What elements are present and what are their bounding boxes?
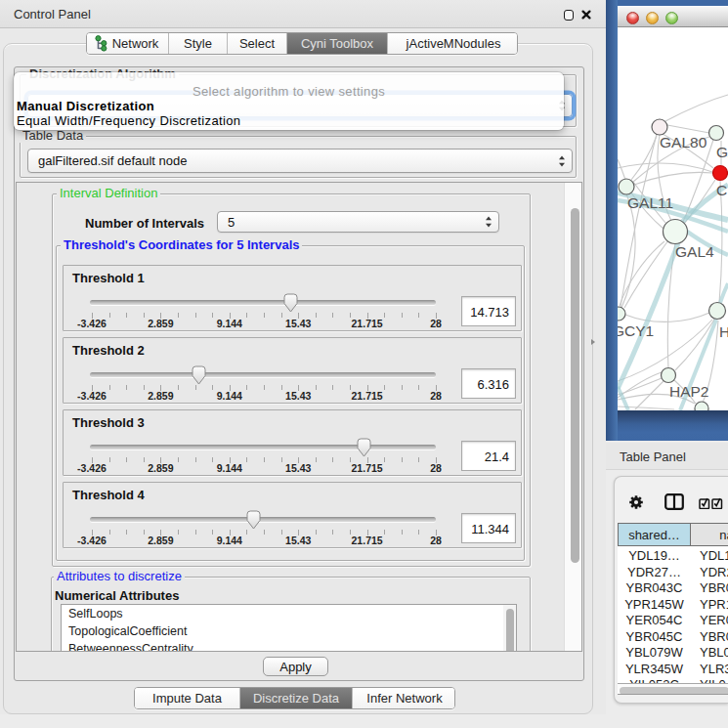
bottom-tab-discretize-data[interactable]: Discretize Data <box>240 688 353 708</box>
tab-jactivemnodules[interactable]: jActiveMNodules <box>388 33 518 54</box>
table-row[interactable]: YPR145WYPR1 <box>618 597 728 614</box>
algorithm-popup-item[interactable]: Select algorithm to view settings <box>14 84 564 99</box>
threshold-value-field[interactable]: 14.713 <box>461 296 516 326</box>
threshold-value-field[interactable]: 21.4 <box>461 441 516 471</box>
slider-track[interactable] <box>90 372 436 377</box>
network-node-gal80[interactable] <box>652 119 667 135</box>
table-data-combobox[interactable]: galFiltered.sif default node <box>27 149 573 173</box>
slider-thumb[interactable] <box>357 438 371 457</box>
table-cell: YDR27… <box>618 565 691 581</box>
table-scrollbar-thumb[interactable] <box>620 687 728 695</box>
network-canvas[interactable]: GAL80GACGAL11GAL4GCY1HHAP2 <box>618 27 728 410</box>
bottom-tab-label: Impute Data <box>152 691 222 706</box>
slider-axis-label: 28 <box>430 462 442 474</box>
slider-track[interactable] <box>90 445 436 450</box>
network-node-c[interactable] <box>713 166 728 181</box>
threshold-1-panel: Threshold 1-3.4262.8599.14415.4321.71528… <box>63 265 522 331</box>
attribute-list-item[interactable]: TopologicalCoefficient <box>62 622 516 640</box>
control-panel-window: Control Panel NetworkStyleSelectCyni Too… <box>0 0 606 714</box>
slider-axis-label: 9.144 <box>217 390 242 402</box>
attribute-list-item[interactable]: BetweennessCentrality <box>62 640 516 652</box>
attributes-scrollbar-thumb[interactable] <box>506 609 514 652</box>
slider-track[interactable] <box>90 517 436 522</box>
slider-thumb[interactable] <box>192 365 206 385</box>
minimize-traffic-icon[interactable] <box>646 12 659 24</box>
threshold-value-field[interactable]: 6.316 <box>461 368 516 399</box>
table-row[interactable]: YER054CYER0 <box>618 613 728 629</box>
network-edge <box>665 95 728 121</box>
checkbox-icon[interactable] <box>711 497 723 509</box>
slider-tick <box>384 457 385 462</box>
slider-track[interactable] <box>90 300 436 305</box>
bottom-tab-infer-network[interactable]: Infer Network <box>353 688 455 708</box>
table-horizontal-scrollbar[interactable] <box>618 683 728 695</box>
network-node-gcy1[interactable] <box>618 307 625 321</box>
network-node-ga[interactable] <box>709 126 724 141</box>
slider-axis-label: 15.43 <box>285 462 311 474</box>
algorithm-popup-item[interactable]: Equal Width/Frequency Discretization <box>17 113 240 128</box>
slider-tick <box>264 530 265 535</box>
slider-axis-label: -3.426 <box>77 390 107 402</box>
checkbox-icon[interactable] <box>699 497 710 509</box>
slider-tick <box>109 313 110 318</box>
slider-thumb[interactable] <box>246 510 261 530</box>
network-edge <box>719 181 722 303</box>
control-panel-title: Control Panel <box>14 7 91 21</box>
slider-thumb[interactable] <box>283 293 298 313</box>
table-cell: YLR3 <box>700 662 728 678</box>
control-panel-titlebar: Control Panel <box>0 0 606 28</box>
slider-axis-label: 21.715 <box>352 318 383 329</box>
close-traffic-icon[interactable] <box>626 12 639 24</box>
numerical-attributes-list: SelfLoopsTopologicalCoefficientBetweenne… <box>61 604 517 652</box>
table-row[interactable]: YBR045CYBR0 <box>618 629 728 646</box>
table-cell: YBR0 <box>700 629 728 646</box>
tab-style[interactable]: Style <box>169 33 228 54</box>
table-header-name[interactable]: na <box>690 523 728 546</box>
network-node-label: H <box>719 323 728 340</box>
slider-tick <box>418 385 419 390</box>
network-node-gal4[interactable] <box>664 220 688 244</box>
settings-scrollbar[interactable] <box>564 183 581 651</box>
network-node-hap2[interactable] <box>662 368 676 383</box>
zoom-traffic-icon[interactable] <box>665 12 678 24</box>
table-row[interactable]: YDR27…YDR2 <box>618 565 728 581</box>
network-node-gal11[interactable] <box>619 179 634 194</box>
bottom-tab-impute-data[interactable]: Impute Data <box>135 688 240 708</box>
table-row[interactable]: YBL079WYBL0 <box>618 645 728 662</box>
slider-tick <box>332 457 333 462</box>
algorithm-popup-item[interactable]: Manual Discretization <box>17 99 154 113</box>
table-cell: YBR045C <box>618 629 691 646</box>
table-cell: YBL0 <box>700 645 728 662</box>
tab-label: Style <box>184 36 212 51</box>
network-node-label: GCY1 <box>618 322 654 339</box>
number-of-intervals-combobox[interactable]: 5 <box>217 211 499 233</box>
close-icon[interactable] <box>581 10 591 20</box>
tab-cyni-toolbox[interactable]: Cyni Toolbox <box>287 33 388 54</box>
attributes-scrollbar[interactable] <box>503 605 516 652</box>
split-columns-icon[interactable] <box>664 493 684 510</box>
table-cell: YER0 <box>700 613 728 629</box>
network-node-h[interactable] <box>709 303 726 320</box>
table-row[interactable]: YDL19…YDL1 <box>618 548 728 565</box>
settings-scrollbar-thumb[interactable] <box>571 208 579 563</box>
attribute-list-item[interactable]: SelfLoops <box>62 605 516 622</box>
slider-tick <box>178 457 179 462</box>
slider-tick <box>418 530 419 535</box>
network-window-titlebar[interactable] <box>617 6 728 27</box>
number-of-intervals-value: 5 <box>218 215 479 230</box>
table-row[interactable]: YLR345WYLR3 <box>618 662 728 678</box>
split-divider-arrow-icon[interactable] <box>591 339 595 345</box>
tab-select[interactable]: Select <box>228 33 287 54</box>
table-row[interactable]: YBR043CYBR0 <box>618 580 728 597</box>
slider-tick <box>332 530 333 535</box>
gear-icon[interactable] <box>628 494 644 510</box>
threshold-2-panel: Threshold 2-3.4262.8599.14415.4321.71528… <box>63 337 522 404</box>
threshold-value-field[interactable]: 11.344 <box>461 513 516 543</box>
tab-network[interactable]: Network <box>87 33 169 54</box>
network-node[interactable] <box>695 402 708 410</box>
slider-tick <box>144 385 145 390</box>
apply-button[interactable]: Apply <box>263 657 328 676</box>
slider-tick <box>402 530 403 535</box>
float-window-icon[interactable] <box>564 10 574 21</box>
table-header-shared-name[interactable]: shared… <box>618 523 691 546</box>
